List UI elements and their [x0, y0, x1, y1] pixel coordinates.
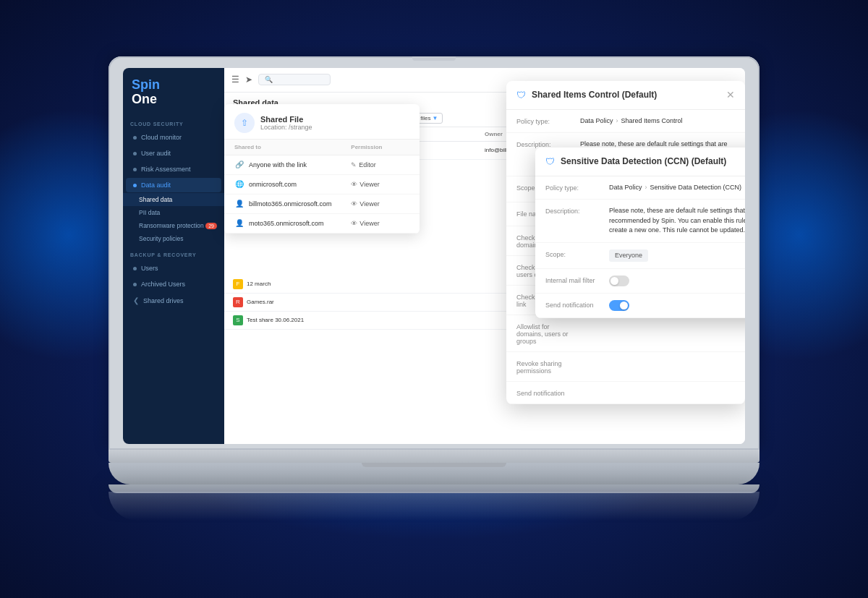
- sidebar-sub-shared-data[interactable]: Shared data: [123, 193, 224, 206]
- eye-icon: 👁: [351, 181, 357, 188]
- share-row-user2[interactable]: 👤 moto365.onmicrosoft.com 👁 Viewer: [224, 214, 420, 234]
- m2-policy-sub: Sensitive Data Detection (CCN): [650, 183, 742, 193]
- m2-description-field: Description: Please note, these are defa…: [535, 200, 745, 243]
- allowlist-field: Allowlist for domains, users or groups: [506, 315, 745, 352]
- sidebar-item-cloud-monitor[interactable]: Cloud monitor: [126, 130, 221, 145]
- logo: Spin One: [123, 68, 224, 115]
- share-toolbar-icon[interactable]: ➤: [245, 74, 252, 85]
- laptop-base: [109, 450, 760, 463]
- modal2-header: 🛡 Sensitive Data Detection (CCN) (Defaul…: [535, 148, 745, 176]
- user-icon: 👤: [234, 218, 244, 228]
- ransomware-badge: 29: [205, 223, 217, 229]
- sidebar-sub-ransomware[interactable]: Ransomware protection 29: [123, 219, 224, 232]
- sidebar-sub-pii[interactable]: PII data: [123, 206, 224, 219]
- share-label: moto365.onmicrosoft.com: [249, 220, 324, 227]
- sidebar-sub-security[interactable]: Security policies: [123, 232, 224, 245]
- sidebar: Spin One CLOUD SECURITY Cloud monitor Us…: [123, 68, 224, 444]
- eye-icon: 👁: [351, 220, 357, 227]
- m2-scope-badge: Everyone: [609, 249, 648, 262]
- shield-icon: 🛡: [545, 156, 555, 167]
- modal1-title: Shared Items Control (Default): [532, 90, 720, 100]
- share-label: onmicrosoft.com: [249, 181, 297, 188]
- file-name: 12 march: [247, 281, 271, 287]
- shared-file-panel: ⇧ Shared File Location: /strange Shared …: [224, 104, 420, 234]
- share-row-link[interactable]: 🔗 Anyone with the link ✎ Editor: [224, 155, 420, 175]
- sidebar-item-risk-assessment[interactable]: Risk Assessment: [126, 162, 221, 176]
- file-name: Test share 30.06.2021: [247, 317, 304, 323]
- menu-icon[interactable]: ☰: [231, 74, 239, 85]
- search-input[interactable]: 🔍: [258, 74, 331, 85]
- policy-type-field: Policy type: Data Policy › Shared Items …: [506, 110, 745, 134]
- shield-icon: 🛡: [516, 90, 526, 101]
- m2-policy-value: Data Policy: [609, 183, 642, 193]
- m2-send-notif-field: Send notification: [535, 294, 745, 318]
- share-row-domain1[interactable]: 🌐 onmicrosoft.com 👁 Viewer: [224, 175, 420, 195]
- panel-title: Shared File: [260, 115, 312, 124]
- caret-icon: ▼: [432, 115, 438, 121]
- send-notif-field: Send notification: [506, 382, 745, 404]
- user-icon: 👤: [234, 199, 244, 209]
- panel-subtitle: Location: /strange: [260, 124, 312, 131]
- m2-policy-type-field: Policy type: Data Policy › Sensitive Dat…: [535, 176, 745, 200]
- share-label: billmoto365.onmicrosoft.com: [249, 200, 332, 208]
- toggle-on[interactable]: [609, 300, 629, 311]
- sidebar-item-archived[interactable]: Archived Users: [126, 277, 221, 291]
- panel-header: ⇧ Shared File Location: /strange: [224, 104, 420, 140]
- dot-icon: [133, 283, 137, 286]
- laptop-screen-bezel: Spin One CLOUD SECURITY Cloud monitor Us…: [109, 56, 760, 450]
- folder-icon: F: [233, 279, 243, 289]
- laptop-reflection: [109, 492, 760, 521]
- backup-label: BACKUP & RECOVERY: [123, 245, 224, 260]
- modal1-close-button[interactable]: ✕: [726, 90, 735, 100]
- panel-table-header: Shared to Permission: [224, 140, 420, 155]
- m2-scope-field: Scope: Everyone: [535, 243, 745, 270]
- modal2-title: Sensitive Data Detection (CCN) (Default): [561, 156, 745, 166]
- permission-editor: ✎ Editor: [351, 161, 409, 168]
- policy-type-value: Data Policy: [580, 116, 613, 127]
- rar-icon: R: [233, 297, 243, 307]
- modal2-body: Policy type: Data Policy › Sensitive Dat…: [535, 176, 745, 319]
- logo-spin: Spin: [132, 77, 160, 92]
- revoke-field: Revoke sharing permissions: [506, 352, 745, 382]
- search-icon: 🔍: [265, 76, 273, 83]
- link-icon: 🔗: [234, 160, 244, 170]
- sheet-icon: S: [233, 315, 243, 325]
- share-label: Anyone with the link: [249, 161, 307, 168]
- share-row-user1[interactable]: 👤 billmoto365.onmicrosoft.com 👁 Viewer: [224, 195, 420, 214]
- sidebar-item-shared-drives[interactable]: ❮ Shared drives: [126, 293, 221, 308]
- toggle-off[interactable]: [609, 275, 629, 286]
- permission-col: Permission: [351, 144, 409, 150]
- arrow-icon: ›: [645, 183, 647, 193]
- shared-to-col: Shared to: [234, 144, 351, 150]
- dot-icon: [133, 267, 137, 270]
- sidebar-item-user-audit[interactable]: User audit: [126, 146, 221, 161]
- share-icon: ⇧: [234, 113, 255, 133]
- permission-viewer: 👁 Viewer: [351, 220, 409, 227]
- laptop-screen: Spin One CLOUD SECURITY Cloud monitor Us…: [123, 68, 745, 444]
- modal1-header: 🛡 Shared Items Control (Default) ✕: [506, 81, 745, 110]
- edit-icon: ✎: [351, 161, 357, 168]
- cloud-security-label: CLOUD SECURITY: [123, 114, 224, 129]
- dot-icon: [133, 136, 137, 140]
- send-notification-toggle[interactable]: [609, 300, 745, 311]
- sidebar-item-data-audit[interactable]: Data audit: [126, 178, 221, 192]
- m2-internal-mail-field: Internal mail filter: [535, 269, 745, 294]
- policy-type-sub: Shared Items Control: [621, 116, 683, 127]
- modal-sensitive-data: 🛡 Sensitive Data Detection (CCN) (Defaul…: [535, 148, 745, 319]
- dot-icon: [133, 152, 137, 155]
- permission-viewer: 👁 Viewer: [351, 200, 409, 208]
- eye-icon: 👁: [351, 200, 357, 208]
- arrow-icon: ›: [616, 116, 618, 127]
- permission-viewer: 👁 Viewer: [351, 181, 409, 188]
- logo-one: One: [132, 92, 160, 107]
- internal-mail-toggle[interactable]: [609, 275, 745, 286]
- laptop-container: Spin One CLOUD SECURITY Cloud monitor Us…: [109, 56, 760, 521]
- m2-description-text: Please note, these are default rule sett…: [609, 206, 745, 236]
- dot-icon-active: [133, 184, 137, 187]
- file-name: Games.rar: [247, 299, 274, 305]
- domain-icon: 🌐: [234, 179, 244, 189]
- dot-icon: [133, 168, 137, 171]
- sidebar-item-users[interactable]: Users: [126, 261, 221, 275]
